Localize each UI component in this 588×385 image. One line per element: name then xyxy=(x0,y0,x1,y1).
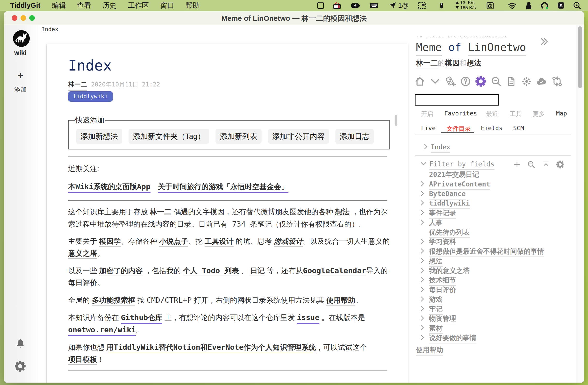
hide-sidebar-chevrons-icon[interactable] xyxy=(539,37,549,47)
tree-item[interactable]: 我的意义之塔 xyxy=(411,267,576,277)
quick-add-button[interactable]: 添加新列表 xyxy=(215,129,262,144)
tree-item[interactable]: 游戏 xyxy=(411,296,576,305)
wiki-link[interactable]: 每日评价 xyxy=(68,279,97,288)
home-icon[interactable] xyxy=(414,76,425,87)
tree-item[interactable]: 技术细节 xyxy=(411,276,576,286)
wiki-link[interactable]: 想法 xyxy=(335,208,350,217)
wiki-link[interactable]: 林一二 xyxy=(150,208,171,217)
tree-item[interactable]: ByteDance xyxy=(411,190,576,200)
tree-item[interactable]: 优先待办列表 xyxy=(411,228,576,238)
sidebar-scrollbar-track[interactable] xyxy=(576,25,584,383)
wiki-title-word[interactable]: Meme xyxy=(416,41,442,56)
chevron-right-icon[interactable] xyxy=(419,334,426,341)
preferences-gear-icon[interactable] xyxy=(15,361,26,372)
wiki-link[interactable]: 林一二 xyxy=(416,59,438,69)
chevron-right-icon[interactable] xyxy=(419,257,426,264)
sidebar-tab[interactable]: Fields xyxy=(481,125,503,132)
spotlight-icon[interactable]: A xyxy=(573,0,582,11)
wiki-link[interactable]: 替代 xyxy=(159,343,173,353)
chevron-right-icon[interactable] xyxy=(419,324,426,331)
search-zoom-icon[interactable] xyxy=(527,160,535,169)
sidebar-tab[interactable]: Favorites xyxy=(444,110,477,117)
notifications-bell-icon[interactable] xyxy=(15,338,25,348)
quick-add-button[interactable]: 添加新文件夹（Tag） xyxy=(128,129,209,144)
advanced-search-icon[interactable] xyxy=(491,76,502,87)
search-input[interactable] xyxy=(416,95,498,105)
tree-item[interactable]: 学习资料 xyxy=(411,238,576,247)
wifi-icon[interactable] xyxy=(507,0,517,11)
chevron-right-icon[interactable] xyxy=(419,219,426,226)
wiki-link[interactable]: 和 xyxy=(200,343,208,353)
chevron-down-icon[interactable] xyxy=(420,160,427,167)
wiki-link[interactable]: 仓库 xyxy=(148,313,162,324)
quick-add-button[interactable]: 添加日志 xyxy=(335,129,374,144)
sidebar-tab[interactable]: SCM xyxy=(513,125,524,132)
add-tiddler-plus-icon[interactable] xyxy=(513,160,521,169)
wiki-link[interactable]: Todo xyxy=(197,266,224,276)
chevron-right-icon[interactable] xyxy=(419,180,426,187)
wiki-link[interactable]: App xyxy=(137,182,150,193)
wiki-link[interactable]: 模因 xyxy=(445,59,460,69)
wiki-link[interactable]: GoogleCalendar xyxy=(303,266,366,276)
wiki-link[interactable]: 想法 xyxy=(467,59,481,69)
add-workspace-plus-icon[interactable]: + xyxy=(4,70,37,82)
sidebar-tab[interactable]: Live xyxy=(421,125,436,132)
wiki-link[interactable]: Wiki xyxy=(75,182,93,193)
sidebar-tab[interactable]: 工具 xyxy=(510,110,522,118)
workspace-avatar[interactable] xyxy=(13,30,30,47)
cloud-saved-icon[interactable] xyxy=(536,76,547,87)
wiki-link[interactable]: 关于时间旅行的游戏「永恒时空基金会」 xyxy=(158,182,289,193)
story-scrollbar-thumb[interactable] xyxy=(395,115,398,126)
tree-item[interactable]: 想法 xyxy=(411,257,576,267)
wiki-link[interactable]: 日记 xyxy=(250,267,265,276)
sidebar-tab[interactable]: 更多 xyxy=(533,110,545,118)
wiki-link[interactable]: EverNote xyxy=(208,343,244,353)
mouse-icon[interactable] xyxy=(438,0,445,11)
chevron-right-icon[interactable] xyxy=(419,267,426,274)
wiki-link[interactable]: 游戏设计 xyxy=(274,237,303,247)
wiki-link[interactable]: 小说点子 xyxy=(159,237,188,247)
tree-item[interactable]: 人事 xyxy=(411,219,576,228)
wiki-link[interactable]: 作为个人知识管理系统 xyxy=(244,343,316,353)
wiki-link[interactable]: issue xyxy=(297,313,319,324)
chevron-right-icon[interactable] xyxy=(419,276,426,283)
wiki-link[interactable]: 工具设计 xyxy=(205,237,234,247)
chevron-down-icon[interactable] xyxy=(430,76,441,87)
sidebar-tab[interactable]: Map xyxy=(556,110,567,117)
wiki-link[interactable]: onetwo.ren/wiki xyxy=(68,325,136,336)
chevron-right-icon[interactable] xyxy=(419,209,426,216)
wiki-title-word[interactable]: of xyxy=(448,41,462,53)
chevron-right-icon[interactable] xyxy=(419,190,426,197)
tree-item[interactable]: tiddlywiki xyxy=(411,200,576,209)
notch-dot-icon[interactable] xyxy=(540,0,549,11)
wiki-link[interactable]: 项目模板 xyxy=(68,355,97,365)
collapse-to-top-icon[interactable] xyxy=(542,160,550,169)
screen-capture-icon[interactable] xyxy=(417,0,427,11)
tree-item[interactable]: 说好要做的事情 xyxy=(411,334,576,344)
sidebar-tab[interactable]: 开启 xyxy=(421,110,433,118)
chevron-right-icon[interactable] xyxy=(419,238,426,245)
clipboard-history-icon[interactable] xyxy=(485,0,495,11)
wiki-link[interactable]: 模因学 xyxy=(99,237,121,247)
wiki-link[interactable]: 意义之塔 xyxy=(68,249,97,259)
settings-gear-icon[interactable] xyxy=(475,76,486,87)
toolbox-icon[interactable] xyxy=(333,0,341,11)
wiki-title-word[interactable]: LinOnetwo xyxy=(468,41,526,56)
new-markdown-icon[interactable] xyxy=(445,76,456,87)
sidebar-tab[interactable]: 最近 xyxy=(486,110,498,118)
tree-item[interactable]: APrivateContent xyxy=(411,181,576,190)
wiki-link[interactable]: 列表 xyxy=(224,267,239,276)
tree-item-index[interactable]: Index xyxy=(411,143,576,153)
wiki-link[interactable]: TiddlyWiki xyxy=(114,343,159,353)
add-workspace-label[interactable]: 添加 xyxy=(4,85,37,94)
tree-item[interactable]: 每日评价 xyxy=(411,286,576,296)
chevron-right-icon[interactable] xyxy=(419,286,426,293)
battery-charging-icon[interactable] xyxy=(351,0,360,11)
wiki-link[interactable]: 使用帮助 xyxy=(326,296,355,305)
tag-pill[interactable]: tiddlywiki xyxy=(68,91,113,102)
tree-item-help[interactable]: 使用帮助 xyxy=(411,346,576,356)
chevron-right-icon[interactable] xyxy=(419,314,426,322)
tree-item[interactable]: 牢记 xyxy=(411,305,576,315)
wiki-link[interactable]: 用 xyxy=(106,343,114,353)
chevron-right-icon[interactable] xyxy=(419,247,426,255)
